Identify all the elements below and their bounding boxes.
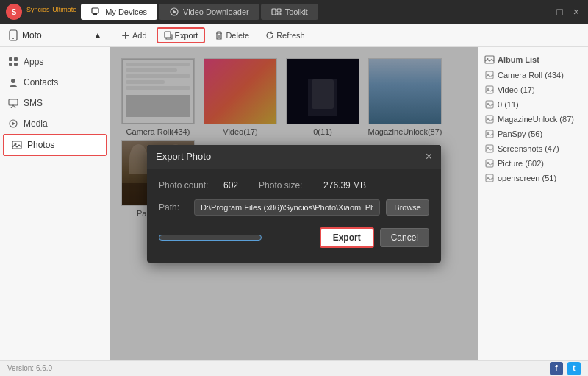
- photo-size-value: 276.39 MB: [323, 180, 366, 191]
- svg-rect-15: [14, 63, 18, 66]
- album-item-label-5: Screenshots (47): [498, 144, 559, 153]
- album-item-6[interactable]: Picture (602): [478, 156, 588, 171]
- delete-button[interactable]: Delete: [208, 28, 256, 43]
- sidebar: Apps Contacts SMS Media Photos: [0, 47, 110, 360]
- album-item-0[interactable]: Camera Roll (434): [478, 68, 588, 82]
- photos-icon: [11, 139, 23, 151]
- sidebar-item-apps-label: Apps: [24, 57, 43, 67]
- sidebar-item-media-label: Media: [24, 118, 48, 129]
- refresh-icon: [265, 31, 274, 40]
- path-label: Path:: [159, 202, 188, 213]
- svg-rect-14: [9, 63, 12, 66]
- album-item-label-3: MagazineUnlock (87): [498, 115, 574, 124]
- social-links: f t: [550, 362, 581, 375]
- album-item-4[interactable]: PanSpy (56): [478, 127, 588, 141]
- sidebar-item-photos-label: Photos: [27, 140, 54, 150]
- album-item-label-7: openscreen (51): [498, 174, 556, 182]
- album-item-7[interactable]: openscreen (51): [478, 171, 588, 185]
- modal-cancel-button[interactable]: Cancel: [380, 228, 429, 247]
- album-icon-2: [484, 99, 495, 110]
- svg-rect-12: [9, 57, 12, 61]
- photo-count-row: Photo count: 602 Photo size: 276.39 MB: [159, 180, 429, 191]
- album-item-label-1: Video (17): [498, 85, 535, 94]
- export-photo-modal: Export Photo × Photo count: 602 Photo si…: [147, 145, 441, 263]
- album-panel: Album List Camera Roll (434) Video (17) …: [478, 47, 588, 360]
- my-devices-nav[interactable]: My Devices: [81, 4, 157, 20]
- svg-rect-5: [277, 9, 281, 12]
- modal-title: Export Photo: [156, 151, 211, 162]
- window-controls: — □ ×: [533, 4, 582, 19]
- sidebar-item-apps[interactable]: Apps: [0, 52, 110, 72]
- progress-area: [159, 235, 314, 241]
- device-info: Moto ▲: [7, 29, 110, 41]
- svg-marker-19: [12, 122, 16, 126]
- maximize-button[interactable]: □: [553, 4, 565, 19]
- photo-count-value: 602: [223, 180, 238, 191]
- sms-icon: [7, 97, 19, 109]
- device-icon: [7, 29, 19, 41]
- album-item-1[interactable]: Video (17): [478, 82, 588, 97]
- delete-icon: [215, 31, 223, 40]
- sidebar-item-sms-label: SMS: [24, 98, 43, 108]
- photo-count-label: Photo count:: [159, 180, 218, 191]
- svg-point-8: [12, 38, 14, 39]
- album-icon-6: [484, 158, 495, 169]
- status-bar: Version: 6.6.0 f t: [0, 360, 588, 376]
- svg-marker-3: [173, 10, 177, 14]
- modal-overlay: Export Photo × Photo count: 602 Photo si…: [110, 47, 478, 360]
- photo-size-label: Photo size:: [259, 180, 318, 191]
- export-button[interactable]: Export: [157, 27, 206, 43]
- sidebar-item-photos[interactable]: Photos: [3, 134, 107, 156]
- toolbar: Moto ▲ Add Export Delete Refresh: [0, 24, 588, 47]
- album-item-label-0: Camera Roll (434): [498, 71, 564, 79]
- album-item-label-6: Picture (602): [498, 159, 544, 168]
- sidebar-item-contacts[interactable]: Contacts: [0, 72, 110, 93]
- album-icon-7: [484, 173, 495, 183]
- modal-close-button[interactable]: ×: [426, 151, 432, 163]
- close-button[interactable]: ×: [570, 4, 582, 19]
- album-item-3[interactable]: MagazineUnlock (87): [478, 112, 588, 127]
- twitter-icon[interactable]: t: [567, 362, 581, 375]
- svg-rect-17: [9, 99, 18, 105]
- svg-rect-6: [277, 13, 281, 15]
- album-icon-0: [484, 70, 495, 80]
- album-icon-3: [484, 114, 495, 124]
- svg-rect-0: [92, 8, 98, 13]
- video-downloader-nav[interactable]: Video Downloader: [159, 4, 259, 20]
- svg-rect-11: [165, 32, 171, 38]
- export-icon: [164, 31, 173, 40]
- album-icon-4: [484, 129, 495, 139]
- sidebar-item-sms[interactable]: SMS: [0, 93, 110, 113]
- progress-track: [159, 235, 262, 241]
- content-area: Camera Roll(434) Video(17) 0(11): [110, 47, 478, 360]
- add-button[interactable]: Add: [115, 28, 154, 43]
- modal-body: Photo count: 602 Photo size: 276.39 MB P…: [147, 169, 441, 263]
- toolbar-actions: Add Export Delete Refresh: [115, 27, 312, 43]
- title-bar-left: S Syncios Ultimate My Devices Video Down…: [6, 4, 318, 20]
- album-item-2[interactable]: 0 (11): [478, 97, 588, 112]
- modal-footer: Export Cancel: [159, 227, 429, 251]
- svg-point-16: [11, 79, 15, 83]
- path-input[interactable]: [194, 199, 380, 216]
- svg-rect-4: [272, 9, 276, 15]
- app-brand: Syncios Ultimate: [26, 6, 76, 18]
- album-item-label-2: 0 (11): [498, 100, 519, 109]
- svg-rect-10: [122, 35, 129, 36]
- refresh-button[interactable]: Refresh: [259, 28, 312, 43]
- sidebar-item-media[interactable]: Media: [0, 113, 110, 134]
- album-item-5[interactable]: Screenshots (47): [478, 141, 588, 156]
- browse-button[interactable]: Browse: [386, 199, 429, 216]
- apps-icon: [7, 56, 19, 68]
- facebook-icon[interactable]: f: [550, 362, 563, 375]
- app-logo: S: [6, 4, 22, 20]
- title-bar: S Syncios Ultimate My Devices Video Down…: [0, 0, 588, 24]
- modal-export-button[interactable]: Export: [320, 227, 374, 248]
- path-row: Path: Browse: [159, 199, 429, 216]
- title-bar-nav: My Devices Video Downloader Toolkit: [81, 4, 318, 20]
- minimize-button[interactable]: —: [533, 4, 549, 19]
- toolkit-nav[interactable]: Toolkit: [261, 4, 318, 20]
- album-panel-title: Album List: [478, 52, 588, 68]
- album-list-icon: [484, 54, 495, 65]
- modal-header: Export Photo ×: [147, 145, 441, 169]
- media-icon: [7, 118, 19, 130]
